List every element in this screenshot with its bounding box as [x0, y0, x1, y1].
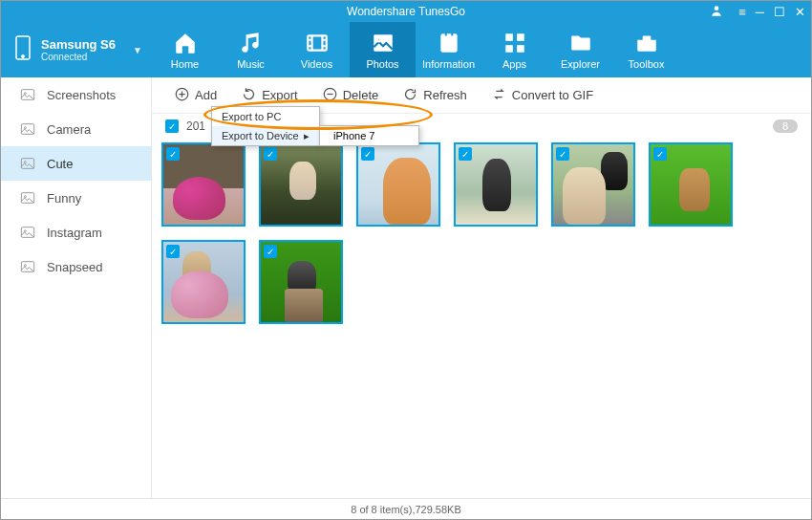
group-count-badge: 8 — [773, 119, 798, 133]
nav-toolbox[interactable]: Toolbox — [613, 22, 679, 77]
export-dropdown: Export to PC Export to Device ▸ — [211, 106, 320, 146]
album-icon — [20, 226, 35, 239]
export-label: Export — [262, 88, 298, 102]
sidebar-item-snapseed[interactable]: Snapseed — [1, 249, 151, 284]
nav-label: Videos — [301, 58, 332, 70]
thumbnail-grid: ✓✓✓✓✓✓✓✓ — [152, 139, 811, 328]
nav-apps[interactable]: Apps — [481, 22, 547, 77]
nav-label: Toolbox — [629, 58, 665, 70]
album-icon — [20, 260, 35, 273]
window-controls: ≡ ─ ☐ ✕ — [710, 4, 805, 19]
thumbnail-checkbox[interactable]: ✓ — [653, 147, 667, 161]
sidebar-item-label: Cute — [47, 157, 73, 171]
nav-photos[interactable]: Photos — [350, 22, 416, 77]
sidebar-item-instagram[interactable]: Instagram — [1, 215, 151, 249]
sidebar-item-camera[interactable]: Camera — [1, 112, 151, 146]
thumbnail-checkbox[interactable]: ✓ — [264, 147, 277, 161]
maximize-button[interactable]: ☐ — [774, 6, 785, 18]
thumbnail-checkbox[interactable]: ✓ — [166, 147, 180, 161]
svg-rect-8 — [451, 32, 453, 35]
photo-thumbnail[interactable]: ✓ — [161, 142, 246, 227]
svg-rect-9 — [505, 33, 513, 41]
add-label: Add — [195, 88, 217, 102]
user-icon[interactable] — [710, 4, 723, 19]
top-nav: Samsung S6 Connected ▼ HomeMusicVideosPh… — [1, 22, 811, 77]
photos-icon — [371, 31, 395, 55]
sidebar-item-label: Camera — [47, 122, 91, 137]
device-name: Samsung S6 — [41, 37, 133, 52]
home-icon — [173, 31, 198, 55]
nav-label: Home — [171, 58, 199, 70]
select-all-checkbox[interactable]: ✓ — [165, 119, 179, 133]
svg-rect-12 — [517, 45, 524, 53]
export-target-iphone7[interactable]: iPhone 7 — [320, 126, 418, 145]
sidebar-item-cute[interactable]: Cute — [1, 146, 151, 181]
nav-label: Music — [237, 58, 265, 70]
sidebar-item-label: Funny — [47, 191, 81, 206]
thumbnail-checkbox[interactable]: ✓ — [459, 147, 472, 161]
convert-to-gif-button[interactable]: Convert to GIF — [482, 83, 603, 108]
status-text: 8 of 8 item(s),729.58KB — [351, 504, 461, 515]
minus-icon — [323, 87, 337, 104]
svg-point-2 — [22, 55, 24, 57]
photo-thumbnail[interactable]: ✓ — [259, 240, 343, 324]
nav-music[interactable]: Music — [218, 22, 284, 77]
thumbnail-checkbox[interactable]: ✓ — [166, 245, 180, 258]
refresh-button[interactable]: Refresh — [394, 83, 477, 108]
plus-icon — [175, 87, 189, 104]
add-button[interactable]: Add — [165, 83, 226, 108]
svg-rect-11 — [505, 45, 513, 53]
photo-thumbnail[interactable]: ✓ — [356, 142, 440, 227]
album-icon — [20, 191, 35, 205]
device-dropdown[interactable]: Samsung S6 Connected ▼ — [1, 22, 152, 77]
svg-rect-10 — [517, 33, 524, 41]
sidebar-item-label: Screenshots — [47, 88, 116, 102]
svg-rect-3 — [308, 35, 327, 50]
sidebar-item-screenshots[interactable]: Screenshots — [1, 77, 151, 112]
export-device-submenu: iPhone 7 — [319, 125, 419, 146]
export-pc-label: Export to PC — [222, 111, 281, 122]
album-icon — [20, 157, 35, 170]
information-icon — [437, 31, 461, 55]
content-area: Add Export Delete Refresh Convert to GIF… — [152, 77, 811, 498]
export-button[interactable]: Export — [232, 83, 308, 108]
nav-label: Photos — [366, 58, 398, 70]
photo-thumbnail[interactable]: ✓ — [161, 240, 246, 324]
minimize-button[interactable]: ─ — [756, 6, 764, 18]
export-device-label: Export to Device — [222, 130, 299, 141]
nav-explorer[interactable]: Explorer — [547, 22, 613, 77]
videos-icon — [305, 31, 330, 55]
thumbnail-checkbox[interactable]: ✓ — [264, 245, 277, 258]
export-to-device-item[interactable]: Export to Device ▸ — [212, 126, 319, 145]
photo-thumbnail[interactable]: ✓ — [551, 142, 635, 227]
album-icon — [20, 88, 35, 101]
app-title: Wondershare TunesGo — [347, 5, 465, 18]
photo-thumbnail[interactable]: ✓ — [454, 142, 538, 227]
photo-thumbnail[interactable]: ✓ — [649, 142, 733, 227]
apps-icon — [502, 31, 527, 55]
explorer-icon — [568, 31, 593, 55]
nav-home[interactable]: Home — [152, 22, 218, 77]
sidebar-item-label: Snapseed — [47, 260, 103, 274]
nav-information[interactable]: Information — [416, 22, 481, 77]
close-button[interactable]: ✕ — [795, 6, 805, 18]
refresh-icon — [403, 87, 417, 104]
sidebar-item-label: Instagram — [47, 226, 102, 240]
body: ScreenshotsCameraCuteFunnyInstagramSnaps… — [1, 77, 811, 498]
photo-thumbnail[interactable]: ✓ — [259, 142, 343, 227]
toolbox-icon — [634, 31, 659, 55]
status-bar: 8 of 8 item(s),729.58KB — [1, 498, 811, 519]
thumbnail-checkbox[interactable]: ✓ — [361, 147, 374, 161]
album-icon — [20, 122, 35, 136]
svg-point-0 — [715, 6, 719, 11]
nav-videos[interactable]: Videos — [284, 22, 350, 77]
thumbnail-checkbox[interactable]: ✓ — [556, 147, 569, 161]
chevron-right-icon: ▸ — [304, 130, 310, 142]
convert-label: Convert to GIF — [512, 88, 593, 102]
sidebar-item-funny[interactable]: Funny — [1, 181, 151, 215]
refresh-label: Refresh — [423, 88, 467, 102]
menu-icon[interactable]: ≡ — [738, 6, 746, 18]
device-status: Connected — [41, 52, 133, 62]
export-to-pc-item[interactable]: Export to PC — [212, 107, 319, 126]
delete-button[interactable]: Delete — [313, 83, 389, 108]
